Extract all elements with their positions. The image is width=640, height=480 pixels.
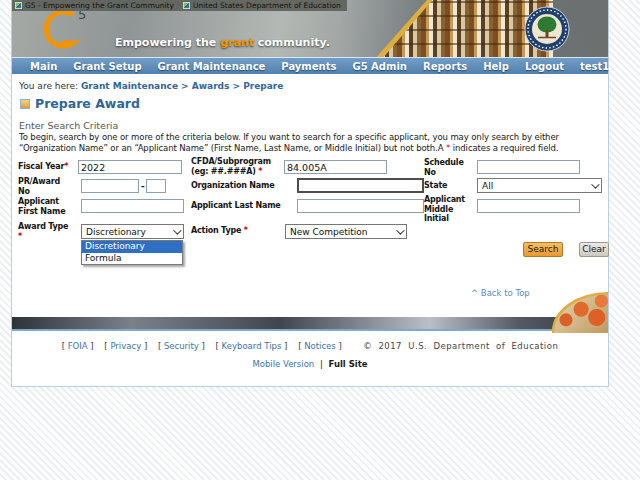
applicant-first-name-input[interactable]	[81, 199, 184, 213]
action-type-select[interactable]: New Competition	[285, 224, 407, 239]
search-button[interactable]: Search	[523, 242, 563, 257]
footer-divider: |	[317, 359, 326, 369]
footer-site-row: Mobile Version | Full Site	[12, 359, 608, 369]
full-site-link[interactable]: Full Site	[329, 359, 368, 369]
nav-reports[interactable]: Reports	[415, 61, 475, 72]
footer-link-foia[interactable]: FOIA	[68, 341, 88, 351]
award-type-select[interactable]: Discretionary	[81, 224, 184, 239]
action-type-label: Action Type *	[191, 226, 248, 236]
fiscal-year-label: Fiscal Year*	[18, 162, 68, 172]
dept-of-education-seal	[524, 6, 570, 52]
nav-grant-setup[interactable]: Grant Setup	[65, 61, 149, 72]
schedule-no-input[interactable]	[477, 160, 580, 174]
page-container: G5 - Empowering the Grant Community Unit…	[11, 0, 609, 387]
chevron-down-icon	[173, 226, 181, 234]
header-banner: G5 - Empowering the Grant Community Unit…	[12, 0, 608, 57]
cfda-input[interactable]	[284, 160, 387, 174]
pr-award-no-input[interactable]	[81, 179, 139, 193]
section-heading: Enter Search Criteria	[19, 120, 118, 131]
breadcrumb-path[interactable]: Grant Maintenance > Awards > Prepare	[81, 81, 283, 91]
footer-link-privacy[interactable]: Privacy	[110, 341, 141, 351]
main-nav: Main Grant Setup Grant Maintenance Payme…	[12, 57, 608, 74]
prepare-award-icon	[20, 99, 30, 109]
chevron-down-icon	[396, 226, 404, 234]
cfda-label: CFDA/Subprogram (eg: ##.###A) *	[191, 157, 277, 176]
pr-award-no-suffix-input[interactable]	[146, 179, 166, 193]
banner-title-strip: G5 - Empowering the Grant Community Unit…	[12, 0, 347, 11]
footer-link-notices[interactable]: Notices	[304, 341, 336, 351]
breadcrumb-prefix: You are here:	[19, 81, 78, 91]
award-type-option-formula[interactable]: Formula	[82, 253, 182, 265]
bottom-metal-bar	[12, 317, 608, 331]
back-to-top-link[interactable]: ^ Back to Top	[471, 288, 530, 298]
tagline: Empowering the grant community.	[115, 36, 330, 49]
mobile-version-link[interactable]: Mobile Version	[252, 359, 314, 369]
page-title: Prepare Award	[20, 96, 140, 111]
banner-title-2: United States Department of Education	[180, 0, 347, 11]
banner-title-1-text: G5 - Empowering the Grant Community	[25, 0, 174, 11]
applicant-middle-initial-input[interactable]	[477, 199, 580, 213]
award-type-label: Award Type*	[18, 222, 78, 241]
award-type-selected-value: Discretionary	[86, 227, 146, 237]
page-title-text: Prepare Award	[35, 96, 140, 111]
action-type-selected-value: New Competition	[290, 227, 368, 237]
nav-payments[interactable]: Payments	[273, 61, 344, 72]
pr-award-separator: -	[141, 181, 145, 191]
organization-name-input[interactable]	[297, 178, 424, 193]
state-label: State	[424, 181, 447, 191]
award-type-option-list: Discretionary Formula	[81, 240, 183, 265]
award-type-option-discretionary[interactable]: Discretionary	[82, 241, 182, 253]
schedule-no-label: Schedule No	[424, 158, 469, 177]
nav-g5-admin[interactable]: G5 Admin	[344, 61, 415, 72]
nav-help[interactable]: Help	[475, 61, 517, 72]
g5-favicon	[15, 2, 22, 9]
banner-title-2-text: United States Department of Education	[193, 0, 341, 11]
applicant-first-name-label: Applicant First Name	[18, 197, 68, 216]
g-logo-glyph	[46, 12, 73, 46]
ed-favicon	[183, 2, 190, 9]
applicant-last-name-input[interactable]	[297, 199, 424, 213]
fiscal-year-input[interactable]	[78, 160, 182, 174]
applicant-middle-initial-label: Applicant Middle Initial	[424, 195, 470, 224]
footer-links-row: [ FOIA ] [ Privacy ] [ Security ] [ Keyb…	[12, 341, 608, 351]
state-select[interactable]: All	[477, 178, 602, 193]
classroom-chairs-photo	[552, 292, 608, 333]
nav-main[interactable]: Main	[22, 61, 65, 72]
organization-name-label: Organization Name	[191, 181, 274, 191]
tagline-accent: grant	[220, 36, 254, 49]
nav-logout[interactable]: Logout	[517, 61, 572, 72]
nav-grant-maintenance[interactable]: Grant Maintenance	[150, 61, 274, 72]
footer-link-keyboard-tips[interactable]: Keyboard Tips	[222, 341, 282, 351]
pr-award-no-label: PR/Award No	[18, 177, 66, 196]
applicant-last-name-label: Applicant Last Name	[191, 201, 281, 211]
search-instructions: To begin, search by one or more of the c…	[19, 132, 609, 153]
banner-title-1: G5 - Empowering the Grant Community	[12, 0, 180, 11]
chevron-down-icon	[591, 180, 599, 188]
state-selected-value: All	[482, 181, 493, 191]
breadcrumb: You are here: Grant Maintenance > Awards…	[19, 81, 283, 91]
clear-button[interactable]: Clear	[579, 242, 609, 257]
nav-username[interactable]: test1	[572, 61, 617, 72]
footer-link-security[interactable]: Security	[164, 341, 199, 351]
copyright-text: © 2017 U.S. Department of Education	[363, 341, 558, 351]
